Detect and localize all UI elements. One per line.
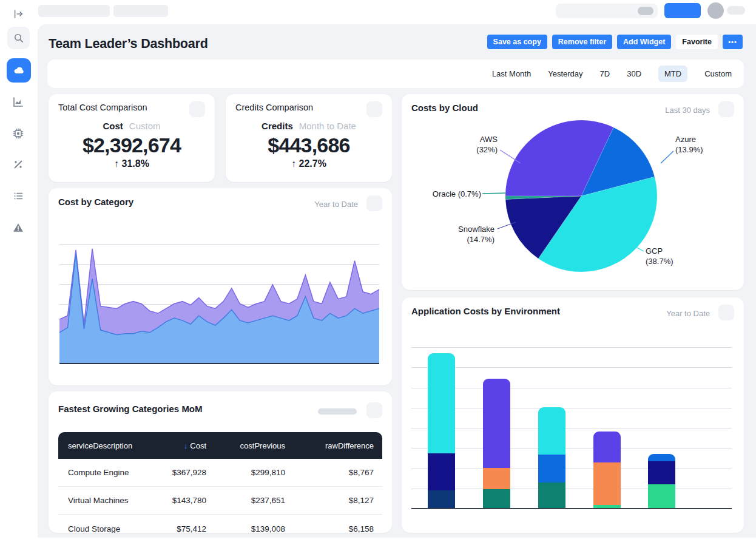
avatar[interactable] <box>707 2 724 19</box>
total-cost-delta: ↑ 31.8% <box>114 158 149 169</box>
bar-2-segment-3 <box>483 379 510 468</box>
bar-5-segment-2 <box>648 461 675 485</box>
bar-1-segment-2 <box>428 453 455 491</box>
widget-menu-button[interactable] <box>366 101 382 117</box>
pie-label-aws: AWS(32%) <box>476 134 498 155</box>
cell-service: Virtual Machines <box>58 496 154 505</box>
pie-leader-line <box>482 193 506 194</box>
percent-icon[interactable] <box>12 158 24 171</box>
more-options-button[interactable]: ••• <box>723 35 743 49</box>
cell-raw-difference: $8,767 <box>294 468 382 477</box>
gridline <box>411 489 732 489</box>
table-row: Virtual Machines $143,780 $237,651 $8,12… <box>58 487 382 515</box>
bar-4-segment-3 <box>593 432 621 462</box>
favorite-button[interactable]: Favorite <box>676 35 718 49</box>
gridline <box>411 448 732 449</box>
cell-cost: $75,412 <box>154 524 215 533</box>
costs-by-cloud-card: Costs by Cloud Last 30 days AWS(32%)Azur… <box>402 94 744 290</box>
up-arrow-icon: ↑ <box>291 158 296 169</box>
gridline <box>411 367 732 368</box>
gridline <box>411 388 732 388</box>
fastest-growing-card: Fastest Growing Categories MoM serviceDe… <box>49 391 392 533</box>
pie-label-snowflake: Snowflake(14.7%) <box>458 224 494 245</box>
time-option-last-month[interactable]: Last Month <box>492 69 531 78</box>
time-option-custom[interactable]: Custom <box>704 69 732 78</box>
remove-filter-button[interactable]: Remove filter <box>552 35 612 49</box>
sort-desc-icon: ↓ <box>184 441 188 450</box>
area-chart-icon[interactable] <box>12 96 24 108</box>
credits-delta: ↑ 22.7% <box>291 158 326 169</box>
credits-body: Credits Month to Date $443,686 ↑ 22.7% <box>226 121 392 169</box>
time-option-7d[interactable]: 7D <box>600 69 610 78</box>
time-option-yesterday[interactable]: Yesterday <box>548 69 582 78</box>
total-cost-title: Total Cost Comparison <box>58 103 147 112</box>
cell-raw-difference: $8,127 <box>294 496 382 505</box>
pie-label-azure: Azure(13.9%) <box>675 134 703 155</box>
table-title: Fastest Growing Categories MoM <box>58 404 203 414</box>
gridline <box>411 428 732 428</box>
collapse-expand-icon[interactable] <box>12 8 24 20</box>
cost-by-category-card: Cost by Category Year to Date <box>49 188 392 385</box>
col-service-description[interactable]: serviceDescription <box>58 441 154 450</box>
search-icon[interactable] <box>7 27 30 49</box>
alert-icon[interactable] <box>12 222 24 234</box>
cell-cost: $367,928 <box>154 468 215 477</box>
search-shortcut-pill <box>638 7 653 15</box>
cell-cost-previous: $299,810 <box>215 468 294 477</box>
bar-5-segment-3 <box>648 454 675 461</box>
topbar-primary-button-skeleton[interactable] <box>664 3 701 18</box>
cell-cost-previous: $139,008 <box>215 524 294 533</box>
bar-2-segment-2 <box>483 468 510 490</box>
chip-icon[interactable] <box>12 127 24 140</box>
cloud-icon[interactable] <box>7 58 31 83</box>
col-raw-difference[interactable]: rawDifference <box>294 441 382 450</box>
cell-raw-difference: $6,158 <box>294 524 382 533</box>
page-title: Team Leader’s Dashboard <box>49 36 208 52</box>
gridline <box>411 347 732 348</box>
metric-label: Cost <box>103 121 123 131</box>
cell-cost-previous: $237,651 <box>215 496 294 505</box>
sidebar <box>0 0 38 545</box>
bar-1-segment-3 <box>428 353 455 453</box>
time-option-mtd[interactable]: MTD <box>658 66 687 82</box>
col-cost[interactable]: ↓Cost <box>154 441 215 450</box>
cell-service: Compute Engine <box>58 468 154 477</box>
widget-menu-button[interactable] <box>189 101 205 117</box>
x-axis-line <box>411 508 732 509</box>
gridline <box>411 408 732 408</box>
widget-menu-button[interactable] <box>366 402 382 418</box>
stacked-bar-chart <box>411 297 732 533</box>
main-content: Team Leader’s Dashboard Save as copy Rem… <box>38 24 756 538</box>
save-as-copy-button[interactable]: Save as copy <box>487 35 547 49</box>
time-range-bar: Last Month Yesterday 7D 30D MTD Custom <box>47 59 744 88</box>
credits-value: $443,686 <box>268 134 349 157</box>
add-widget-button[interactable]: Add Widget <box>617 35 671 49</box>
area-chart <box>49 188 392 385</box>
header-actions: Save as copy Remove filter Add Widget Fa… <box>487 35 743 49</box>
total-cost-value: $2,392,674 <box>83 134 181 157</box>
list-icon[interactable] <box>12 190 24 202</box>
pie-leader-line <box>661 151 673 163</box>
credits-title: Credits Comparison <box>235 103 313 112</box>
app-costs-card: Application Costs by Environment Year to… <box>402 297 744 533</box>
time-option-30d[interactable]: 30D <box>627 69 641 78</box>
bar-3-segment-2 <box>538 455 565 483</box>
breadcrumb-skeleton-2 <box>113 5 168 17</box>
bar-3-segment-1 <box>538 482 565 509</box>
total-cost-body: Cost Custom $2,392,674 ↑ 31.8% <box>49 121 215 169</box>
pie-label-gcp: GCP(38.7%) <box>646 246 673 266</box>
topbar-pill-skeleton <box>727 6 745 15</box>
metric-period: Custom <box>129 121 161 131</box>
table-header: serviceDescription ↓Cost costPrevious ra… <box>58 432 382 459</box>
gridline <box>411 469 732 469</box>
bar-1-segment-1 <box>428 490 455 509</box>
col-cost-previous[interactable]: costPrevious <box>215 441 294 450</box>
up-arrow-icon: ↑ <box>114 158 119 169</box>
breadcrumb-skeleton <box>38 5 110 17</box>
total-cost-card: Total Cost Comparison Cost Custom $2,392… <box>49 94 215 182</box>
metric-period: Month to Date <box>299 121 356 131</box>
pie-label-oracle: Oracle (0.7%) <box>433 189 481 199</box>
bar-5-segment-1 <box>648 484 675 509</box>
metric-label: Credits <box>262 121 293 131</box>
legend-skeleton <box>318 408 357 415</box>
